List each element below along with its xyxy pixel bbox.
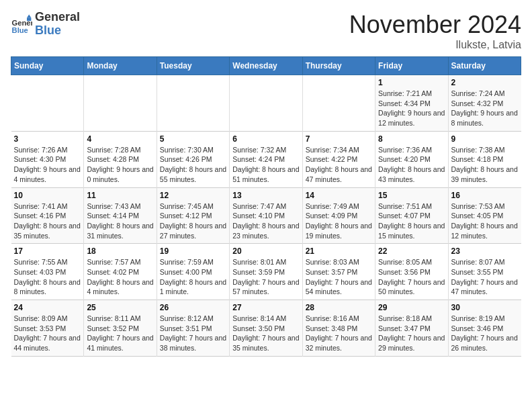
- day-number: 21: [306, 246, 372, 256]
- day-cell: 11Sunrise: 7:43 AM Sunset: 4:14 PM Dayli…: [84, 187, 157, 244]
- weekday-header-friday: Friday: [375, 57, 448, 75]
- day-cell: 12Sunrise: 7:45 AM Sunset: 4:12 PM Dayli…: [157, 187, 229, 244]
- day-detail: Sunrise: 7:43 AM Sunset: 4:14 PM Dayligh…: [87, 201, 153, 241]
- day-cell: 18Sunrise: 7:57 AM Sunset: 4:02 PM Dayli…: [84, 244, 157, 300]
- day-cell: 8Sunrise: 7:36 AM Sunset: 4:20 PM Daylig…: [375, 131, 448, 187]
- week-row-1: 1Sunrise: 7:21 AM Sunset: 4:34 PM Daylig…: [11, 75, 521, 132]
- day-cell: 24Sunrise: 8:09 AM Sunset: 3:53 PM Dayli…: [11, 300, 84, 357]
- day-number: 10: [14, 191, 81, 200]
- day-detail: Sunrise: 8:12 AM Sunset: 3:51 PM Dayligh…: [160, 314, 226, 353]
- day-detail: Sunrise: 8:16 AM Sunset: 3:48 PM Dayligh…: [306, 314, 372, 353]
- day-number: 25: [87, 303, 153, 312]
- day-number: 14: [306, 191, 372, 200]
- day-detail: Sunrise: 7:26 AM Sunset: 4:30 PM Dayligh…: [14, 145, 81, 185]
- logo-line1: General: [35, 11, 80, 24]
- day-number: 4: [87, 134, 153, 144]
- day-cell: 10Sunrise: 7:41 AM Sunset: 4:16 PM Dayli…: [11, 187, 84, 244]
- day-cell: 13Sunrise: 7:47 AM Sunset: 4:10 PM Dayli…: [230, 187, 302, 244]
- day-detail: Sunrise: 7:59 AM Sunset: 4:00 PM Dayligh…: [160, 257, 226, 297]
- day-number: 15: [378, 191, 445, 200]
- svg-marker-3: [27, 17, 31, 21]
- day-detail: Sunrise: 7:41 AM Sunset: 4:16 PM Dayligh…: [14, 201, 81, 241]
- day-cell: 20Sunrise: 8:01 AM Sunset: 3:59 PM Dayli…: [230, 244, 302, 300]
- day-cell: 2Sunrise: 7:24 AM Sunset: 4:32 PM Daylig…: [448, 75, 521, 132]
- day-cell: [157, 75, 229, 132]
- day-cell: 17Sunrise: 7:55 AM Sunset: 4:03 PM Dayli…: [11, 244, 84, 300]
- day-number: 11: [87, 191, 153, 200]
- day-cell: 6Sunrise: 7:32 AM Sunset: 4:24 PM Daylig…: [230, 131, 302, 187]
- day-cell: 22Sunrise: 8:05 AM Sunset: 3:56 PM Dayli…: [375, 244, 448, 300]
- day-cell: 19Sunrise: 7:59 AM Sunset: 4:00 PM Dayli…: [157, 244, 229, 300]
- day-number: 18: [87, 246, 153, 256]
- day-number: 28: [306, 303, 372, 312]
- day-number: 17: [14, 246, 81, 256]
- day-number: 29: [378, 303, 445, 312]
- day-detail: Sunrise: 7:55 AM Sunset: 4:03 PM Dayligh…: [14, 257, 81, 297]
- day-cell: 9Sunrise: 7:38 AM Sunset: 4:18 PM Daylig…: [448, 131, 521, 187]
- svg-marker-2: [27, 14, 31, 17]
- day-cell: [11, 75, 84, 132]
- day-cell: 15Sunrise: 7:51 AM Sunset: 4:07 PM Dayli…: [375, 187, 448, 244]
- day-number: 6: [232, 134, 299, 144]
- day-cell: [230, 75, 302, 132]
- logo-line2: Blue: [35, 24, 80, 38]
- day-detail: Sunrise: 7:51 AM Sunset: 4:07 PM Dayligh…: [378, 201, 445, 241]
- day-number: 24: [14, 303, 81, 312]
- day-cell: 14Sunrise: 7:49 AM Sunset: 4:09 PM Dayli…: [302, 187, 375, 244]
- day-detail: Sunrise: 8:03 AM Sunset: 3:57 PM Dayligh…: [306, 257, 372, 297]
- weekday-header-tuesday: Tuesday: [157, 57, 229, 75]
- day-detail: Sunrise: 7:47 AM Sunset: 4:10 PM Dayligh…: [232, 201, 299, 241]
- day-number: 26: [160, 303, 226, 312]
- day-number: 7: [306, 134, 372, 144]
- day-cell: 21Sunrise: 8:03 AM Sunset: 3:57 PM Dayli…: [302, 244, 375, 300]
- day-detail: Sunrise: 7:49 AM Sunset: 4:09 PM Dayligh…: [306, 201, 372, 241]
- calendar-table: SundayMondayTuesdayWednesdayThursdayFrid…: [11, 56, 521, 357]
- page-title: November 2024: [349, 11, 521, 39]
- week-row-4: 17Sunrise: 7:55 AM Sunset: 4:03 PM Dayli…: [11, 244, 521, 300]
- calendar-header-row: SundayMondayTuesdayWednesdayThursdayFrid…: [11, 57, 521, 75]
- weekday-header-thursday: Thursday: [302, 57, 375, 75]
- day-cell: [302, 75, 375, 132]
- day-detail: Sunrise: 8:11 AM Sunset: 3:52 PM Dayligh…: [87, 314, 153, 353]
- day-number: 22: [378, 246, 445, 256]
- day-detail: Sunrise: 8:14 AM Sunset: 3:50 PM Dayligh…: [232, 314, 299, 353]
- day-cell: 30Sunrise: 8:19 AM Sunset: 3:46 PM Dayli…: [448, 300, 521, 357]
- weekday-header-sunday: Sunday: [11, 57, 84, 75]
- week-row-3: 10Sunrise: 7:41 AM Sunset: 4:16 PM Dayli…: [11, 187, 521, 244]
- day-detail: Sunrise: 8:01 AM Sunset: 3:59 PM Dayligh…: [232, 257, 299, 297]
- day-cell: 26Sunrise: 8:12 AM Sunset: 3:51 PM Dayli…: [157, 300, 229, 357]
- title-block: November 2024 Ilukste, Latvia: [349, 11, 521, 51]
- day-detail: Sunrise: 7:38 AM Sunset: 4:18 PM Dayligh…: [451, 145, 519, 185]
- week-row-5: 24Sunrise: 8:09 AM Sunset: 3:53 PM Dayli…: [11, 300, 521, 357]
- day-detail: Sunrise: 7:32 AM Sunset: 4:24 PM Dayligh…: [232, 145, 299, 185]
- day-detail: Sunrise: 7:34 AM Sunset: 4:22 PM Dayligh…: [306, 145, 372, 185]
- day-number: 27: [232, 303, 299, 312]
- page-subtitle: Ilukste, Latvia: [349, 39, 521, 51]
- day-detail: Sunrise: 7:57 AM Sunset: 4:02 PM Dayligh…: [87, 257, 153, 297]
- day-number: 9: [451, 134, 519, 144]
- day-cell: 4Sunrise: 7:28 AM Sunset: 4:28 PM Daylig…: [84, 131, 157, 187]
- day-number: 8: [378, 134, 445, 144]
- day-cell: 5Sunrise: 7:30 AM Sunset: 4:26 PM Daylig…: [157, 131, 229, 187]
- day-detail: Sunrise: 8:07 AM Sunset: 3:55 PM Dayligh…: [451, 257, 519, 297]
- day-number: 13: [232, 191, 299, 200]
- logo-text: General Blue: [35, 11, 80, 38]
- day-number: 12: [160, 191, 226, 200]
- day-cell: 28Sunrise: 8:16 AM Sunset: 3:48 PM Dayli…: [302, 300, 375, 357]
- day-detail: Sunrise: 8:09 AM Sunset: 3:53 PM Dayligh…: [14, 314, 81, 353]
- day-number: 5: [160, 134, 226, 144]
- day-detail: Sunrise: 7:30 AM Sunset: 4:26 PM Dayligh…: [160, 145, 226, 185]
- day-cell: 25Sunrise: 8:11 AM Sunset: 3:52 PM Dayli…: [84, 300, 157, 357]
- day-cell: 7Sunrise: 7:34 AM Sunset: 4:22 PM Daylig…: [302, 131, 375, 187]
- day-detail: Sunrise: 8:19 AM Sunset: 3:46 PM Dayligh…: [451, 314, 519, 353]
- day-cell: 1Sunrise: 7:21 AM Sunset: 4:34 PM Daylig…: [375, 75, 448, 132]
- day-number: 1: [378, 78, 445, 87]
- day-detail: Sunrise: 7:45 AM Sunset: 4:12 PM Dayligh…: [160, 201, 226, 241]
- day-cell: 23Sunrise: 8:07 AM Sunset: 3:55 PM Dayli…: [448, 244, 521, 300]
- day-number: 2: [451, 78, 519, 87]
- day-number: 16: [451, 191, 519, 200]
- weekday-header-monday: Monday: [84, 57, 157, 75]
- day-number: 19: [160, 246, 226, 256]
- weekday-header-saturday: Saturday: [448, 57, 521, 75]
- day-detail: Sunrise: 8:18 AM Sunset: 3:47 PM Dayligh…: [378, 314, 445, 353]
